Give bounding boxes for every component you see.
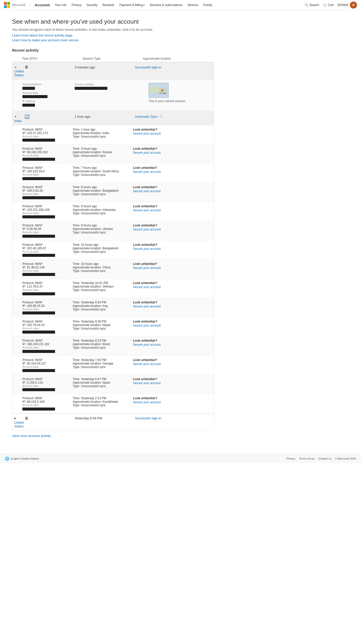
sync-detail-row: Protocol: IMAP IP: 186.249.231.162 Accou… [12,336,214,355]
sync-left-col: Protocol: IMAP IP: 202.40.185.67 Account… [22,243,73,257]
nav-logo: Microsoft Account [4,2,50,8]
sync-middle-col: Time: 10 hours ago Approximate location:… [73,243,133,257]
sync-protocol: Protocol: IMAP [22,128,73,131]
sync-ip: IP: 112.78.0.37 [22,285,73,288]
nav-link-family[interactable]: Family [203,3,212,7]
activity-2-session[interactable]: Automatic Sync [135,115,158,118]
secure-account-link[interactable]: Secure your account [133,209,161,212]
secure-account-link[interactable]: Secure your account [133,400,161,404]
look-unfamiliar-text: Look unfamiliar? [133,185,214,189]
sync-type: Type: Unsuccessful sync [73,154,133,157]
activity-1-location[interactable]: United States [14,69,24,77]
secure-account-link[interactable]: Secure your account [133,285,161,289]
footer-language: English (United States) [11,457,39,460]
device-platform-label: Device/platform [22,83,73,86]
footer-contact-link[interactable]: Contact us [318,457,332,460]
svg-rect-2 [4,5,7,8]
account-alias-label: Account alias [22,212,73,215]
activity-row-1-header[interactable]: ▼ 🖥 3 minutes ago Successful sign-in Uni… [12,62,214,79]
sync-time: Time: Yesterday 9:28 PM [73,320,133,323]
session-activity-value [75,87,107,90]
info-icon[interactable]: ⓘ [160,115,162,118]
footer-left: 🌐 English (United States) [5,457,39,461]
account-alias-value [22,196,55,199]
sync-type: Type: Unsuccessful sync [73,308,133,311]
sync-ip: IP: 202.40.185.67 [22,247,73,250]
account-alias-label: Account alias [22,384,73,387]
account-alias-value [22,254,55,257]
sync-type: Type: Unsuccessful sync [73,269,133,273]
sync-middle-col: Time: 10 hours ago Approximate location:… [73,262,133,276]
user-label: DONNA [338,3,348,7]
sync-left-col: Protocol: IMAP IP: 185.98.25.54 Account … [22,301,73,314]
user-menu-button[interactable]: DONNA D [338,2,357,9]
secure-account-link[interactable]: Secure your account [133,170,161,174]
sync-detail-row: Protocol: IMAP IP: 89.249.255.152 Accoun… [12,144,214,163]
sync-time: Time: 9 hours ago [73,224,133,227]
cart-button[interactable]: 🛒 Cart [323,3,334,7]
sync-middle-col: Time: Yesterday 7:40 PM Approximate loca… [73,358,133,372]
nav-divider [30,3,30,8]
account-alias-label: Account alias [22,173,73,176]
account-alias-label: Account alias [22,404,73,407]
sync-approx-location: Approximate location: Nepal [73,323,133,327]
sync-approx-location: Approximate location: China [73,266,133,269]
sync-time: Time: 1 hour ago [73,128,133,131]
activity-1-session[interactable]: Successful sign-in [135,65,212,69]
look-unfamiliar-text: Look unfamiliar? [133,262,214,266]
sync-type: Type: Unsuccessful sync [73,212,133,215]
svg-text:Los Ange: Los Ange [159,92,166,94]
secure-account-link[interactable]: Secure your account [133,266,161,270]
secure-account-link[interactable]: Secure your account [133,362,161,366]
secure-account-link[interactable]: Secure your account [133,132,161,135]
account-alias-value [22,292,55,295]
nav-link-payment[interactable]: Payment & billing [119,3,145,7]
activity-3-location[interactable]: United States [14,421,24,428]
sync-ip: IP: 5.154.5.119 [22,381,73,384]
view-more-link[interactable]: View more account activity [12,434,51,438]
secure-account-link[interactable]: Secure your account [133,189,161,193]
sync-approx-location: Approximate location: Spain [73,381,133,384]
avatar: D [350,2,357,9]
account-alias-label: Account alias [22,288,73,291]
activity-row-2: ▼ 🔄 1 hour ago Automatic Sync ⓘ India Pr… [12,111,214,413]
nav-link-devices[interactable]: Devices [188,3,198,7]
look-unfamiliar-text: Look unfamiliar? [133,320,214,323]
secure-account-link[interactable]: Secure your account [133,228,161,231]
secure-account-link[interactable]: Secure your account [133,151,161,154]
make-secure-link[interactable]: Learn how to make your account more secu… [12,38,214,42]
footer-privacy-link[interactable]: Privacy [286,457,295,460]
sync-detail-row: Protocol: IMAP IP: 5.58.49.28 Account al… [12,221,214,240]
search-button[interactable]: 🔍 Search [305,3,319,7]
sync-approx-location: Approximate location: Kazakhstan [73,400,133,404]
secure-account-link[interactable]: Secure your account [133,343,161,346]
sync-time: Time: Yesterday 2:13 PM [73,396,133,400]
nav-link-security[interactable]: Security [86,3,97,7]
footer-terms-link[interactable]: Terms of use [299,457,315,460]
learn-more-link[interactable]: Learn more about the recent activity pag… [12,33,214,37]
chevron-down-icon: ▼ [14,66,24,69]
sync-detail-row: Protocol: IMAP IP: 5.154.5.119 Account a… [12,375,214,394]
sync-left-col: Protocol: IMAP IP: 202.79.43.33 Account … [22,320,73,334]
sync-type: Type: Unsuccessful sync [73,384,133,388]
nav-link-your-info[interactable]: Your info [55,3,67,7]
activity-row-3[interactable]: ▶ 🖥 Yesterday 8:44 PM Successful sign-in… [12,414,214,430]
sync-protocol: Protocol: IMAP [22,262,73,266]
sync-time: Time: 8 hours ago [73,185,133,189]
activity-3-session[interactable]: Successful sign-in [135,416,212,420]
nav-link-services[interactable]: Services & subscriptions [150,3,183,7]
secure-account-link[interactable]: Secure your account [133,381,161,385]
sync-time: Time: Yesterday 10:01 PM [73,281,133,285]
nav-link-rewards[interactable]: Rewards [102,3,114,7]
look-unfamiliar-text: Look unfamiliar? [133,396,214,400]
account-alias-label: Account alias [22,135,73,138]
ip-address-value [22,104,35,107]
secure-account-link[interactable]: Secure your account [133,305,161,308]
secure-account-link[interactable]: Secure your account [133,324,161,327]
sync-detail-row: Protocol: IMAP IP: 95.104.54.227 Account… [12,355,214,375]
sync-protocol: Protocol: IMAP [22,301,73,304]
nav-link-privacy[interactable]: Privacy [72,3,81,7]
secure-account-link[interactable]: Secure your account [133,247,161,251]
activity-2-location[interactable]: India [14,119,24,123]
activity-row-2-header[interactable]: ▼ 🔄 1 hour ago Automatic Sync ⓘ India [12,112,214,125]
